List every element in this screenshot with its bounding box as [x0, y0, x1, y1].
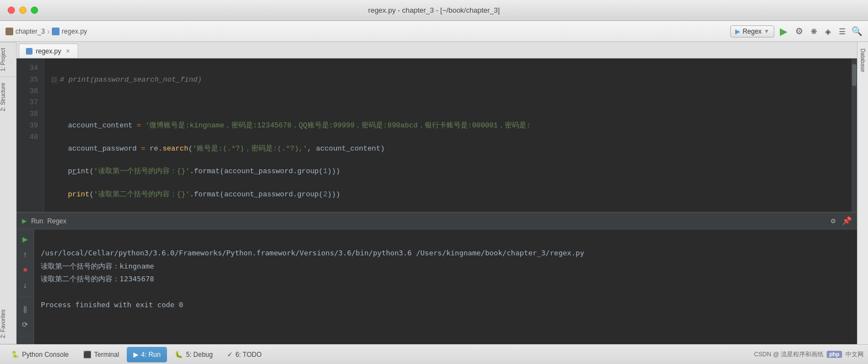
profile-button[interactable]: ◈	[823, 25, 833, 38]
line-num-35: 35	[17, 74, 38, 86]
todo-label: 6: TODO	[235, 351, 262, 358]
run-label: 4: Run	[141, 351, 160, 358]
toolbar: chapter_3 › regex.py ▶ Regex ▼ ▶ ⚙ ❋ ◈ ☰…	[0, 21, 868, 42]
status-bar: 🐍 Python Console ⬛ Terminal ▶ 4: Run 🐛 5…	[0, 344, 868, 364]
maximize-button[interactable]	[31, 7, 38, 14]
breadcrumb-file-label: regex.py	[62, 28, 87, 35]
status-right: CSDN @ 流星程序和画纸 php 中文网	[754, 350, 864, 358]
line-num-34: 34	[17, 63, 38, 74]
sidebar-item-structure[interactable]: 2: Structure	[0, 77, 16, 117]
run-config-btn[interactable]: ▶ Regex ▼	[730, 25, 774, 38]
output-line-blank	[41, 288, 45, 296]
search-button[interactable]: 🔍	[851, 26, 862, 36]
line-num-37: 37	[17, 97, 38, 109]
run-sidebar: ▶ ↑ ■ ↓ ‖ ⟳ ▦ ⊡ 🗑 >>	[17, 229, 34, 344]
code-line-38: print('读取第一个括号的内容：{}'.format(account_pas…	[51, 166, 850, 178]
debug-label: 5: Debug	[186, 351, 213, 358]
editor-container: regex.py ✕ 34 35 36 37 38 39 40 □# print…	[17, 42, 857, 344]
line-num-40: 40	[17, 132, 38, 143]
toolbar-right: ▶ Regex ▼ ▶ ⚙ ❋ ◈ ☰ 🔍	[730, 23, 862, 40]
code-line-34: □# print(password_search_not_find)	[51, 74, 850, 86]
output-line-3: 读取第二个括号的内容：12345678	[41, 275, 154, 283]
sidebar-item-favorites[interactable]: 2: Favorites	[0, 304, 16, 344]
breadcrumb-separator: ›	[47, 27, 50, 36]
tab-label: regex.py	[36, 47, 61, 55]
run-rerun-icon[interactable]: ⟳	[20, 319, 31, 330]
sidebar-item-project[interactable]: 1: Project	[0, 42, 16, 77]
run-config-label: Regex	[742, 28, 762, 35]
run-sidebar-divider2	[20, 336, 31, 336]
run-pause-btn[interactable]: ‖	[20, 304, 31, 315]
code-line-36: account_content = '微博账号是:kingname，密码是:12…	[51, 120, 850, 132]
run-panel: ▶ Run Regex ⚙ 📌 ▶ ↑ ■	[17, 212, 857, 344]
run-scroll-down-btn[interactable]: ↓	[20, 280, 31, 291]
python-console-icon: 🐍	[11, 351, 19, 358]
run-grid-btn[interactable]: ▦	[20, 342, 31, 344]
editor-scrollbar[interactable]	[851, 58, 857, 212]
zhongwen-text: 中文网	[845, 350, 864, 358]
run-play-btn[interactable]: ▶	[20, 234, 31, 245]
close-button[interactable]	[8, 7, 15, 14]
code-editor[interactable]: 34 35 36 37 38 39 40 □# print(password_s…	[17, 58, 857, 212]
window-title: regex.py - chapter_3 - [~/book/chapter_3…	[368, 6, 500, 14]
database-label[interactable]: Database	[860, 44, 866, 77]
run-stop-btn[interactable]: ■	[20, 265, 31, 276]
terminal-label: Terminal	[94, 351, 119, 358]
coverage-button[interactable]: ❋	[808, 25, 820, 38]
line-num-39: 39	[17, 120, 38, 132]
run-panel-toolbar: ⚙ 📌	[831, 216, 851, 226]
breadcrumb-file[interactable]: regex.py	[52, 28, 87, 35]
traffic-lights	[8, 7, 38, 14]
run-panel-title: Run Regex	[31, 217, 66, 225]
line-numbers: 34 35 36 37 38 39 40	[17, 58, 44, 212]
breadcrumb-folder-label: chapter_3	[15, 28, 45, 35]
output-line-1: /usr/local/Cellar/python3/3.6.0/Framewor…	[41, 249, 584, 257]
status-tab-debug[interactable]: 🐛 5: Debug	[168, 347, 219, 362]
tabs-bar: regex.py ✕	[17, 42, 857, 58]
todo-icon: ✓	[227, 351, 233, 358]
code-line-39: print('读取第二个括号的内容：{}'.format(account_pas…	[51, 189, 850, 201]
run-output: /usr/local/Cellar/python3/3.6.0/Framewor…	[34, 229, 857, 344]
run-settings-icon[interactable]: ⚙	[831, 216, 835, 226]
run-scroll-up-btn[interactable]: ↑	[20, 249, 31, 260]
run-area: ▶ ↑ ■ ↓ ‖ ⟳ ▦ ⊡ 🗑 >>	[17, 229, 857, 344]
folder-icon	[6, 28, 13, 35]
editor-split: 34 35 36 37 38 39 40 □# print(password_s…	[17, 58, 857, 344]
run-panel-config: Regex	[47, 217, 67, 225]
run-button[interactable]: ▶	[778, 23, 790, 40]
tab-close-btn[interactable]: ✕	[64, 47, 71, 55]
output-line-2: 读取第一个括号的内容：kingname	[41, 262, 154, 270]
inspect-button[interactable]: ☰	[837, 25, 848, 38]
scrollbar-thumb	[852, 64, 856, 86]
debug-icon: 🐛	[175, 351, 183, 358]
terminal-icon: ⬛	[83, 351, 91, 358]
pin-icon[interactable]: 📌	[842, 216, 851, 226]
breadcrumb: chapter_3 › regex.py	[6, 27, 728, 36]
breadcrumb-folder[interactable]: chapter_3	[6, 28, 45, 35]
status-tab-todo[interactable]: ✓ 6: TODO	[220, 347, 268, 362]
run-sidebar-divider1	[20, 297, 31, 297]
run-tab-icon: ▶	[133, 351, 138, 358]
line-num-36: 36	[17, 86, 38, 98]
run-icon: ▶	[22, 216, 26, 226]
settings-button[interactable]: ⚙	[793, 24, 805, 39]
status-tab-python-console[interactable]: 🐍 Python Console	[4, 347, 76, 362]
line-num-38: 38	[17, 109, 38, 120]
left-sidebar: 1: Project 2: Structure 2: Favorites	[0, 42, 17, 344]
tab-regex[interactable]: regex.py ✕	[19, 44, 78, 58]
code-line-35	[51, 97, 850, 109]
output-line-4: Process finished with exit code 0	[41, 301, 183, 309]
title-bar: regex.py - chapter_3 - [~/book/chapter_3…	[0, 0, 868, 21]
run-panel-header: ▶ Run Regex ⚙ 📌	[17, 213, 857, 229]
status-tab-run[interactable]: ▶ 4: Run	[127, 347, 167, 362]
code-content[interactable]: □# print(password_search_not_find) accou…	[44, 58, 857, 212]
python-console-label: Python Console	[22, 351, 69, 358]
php-badge: php	[827, 351, 842, 358]
right-sidebar: Database	[857, 42, 868, 344]
main-content: 1: Project 2: Structure 2: Favorites reg…	[0, 42, 868, 344]
status-tab-terminal[interactable]: ⬛ Terminal	[77, 347, 126, 362]
tab-file-icon	[26, 48, 33, 55]
code-line-37: account_password = re.search('账号是:(.*?)，…	[51, 143, 850, 155]
csdn-text: CSDN @ 流星程序和画纸	[754, 350, 823, 358]
minimize-button[interactable]	[19, 7, 26, 14]
